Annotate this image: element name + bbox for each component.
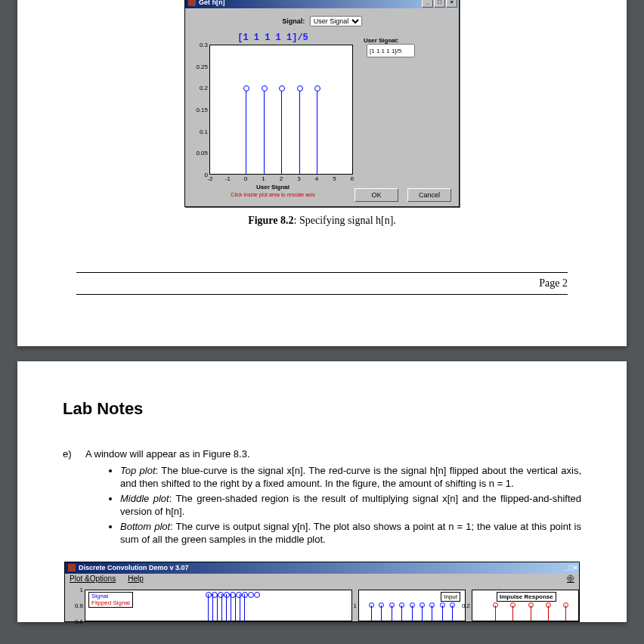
plot-xlabel: User Signal bbox=[193, 184, 353, 190]
window-titlebar: Discrete Convolution Demo v 3.07 _ □ × bbox=[65, 562, 579, 574]
ytick: 0.3 bbox=[200, 42, 208, 48]
app-icon bbox=[188, 0, 196, 6]
ytick: 0.6 bbox=[75, 618, 83, 624]
menu-plot-options[interactable]: Plot &Options bbox=[70, 574, 116, 583]
xtick: 2 bbox=[280, 175, 283, 182]
stem-plot[interactable]: -2 -1 0 1 2 3 4 5 6 bbox=[209, 45, 353, 175]
cancel-button[interactable]: Cancel bbox=[407, 188, 451, 202]
close-icon[interactable]: × bbox=[446, 0, 457, 8]
get-hn-dialog: Get h[n] _ □ × Signal: User Signal bbox=[184, 0, 460, 207]
xtick: 0 bbox=[244, 175, 247, 182]
list-letter: e) bbox=[63, 447, 85, 562]
xtick: 4 bbox=[315, 175, 318, 182]
ytick: 1 bbox=[80, 586, 83, 593]
xtick: -1 bbox=[225, 175, 231, 182]
ok-button[interactable]: OK bbox=[355, 188, 398, 202]
xtick: -2 bbox=[207, 175, 212, 182]
ytick: 0.1 bbox=[200, 128, 208, 135]
list-item: Top plot: The blue-curve is the signal x… bbox=[120, 464, 581, 491]
list-item: Bottom plot: The curve is output signal … bbox=[120, 520, 581, 546]
legend: Signal Flipped Signal bbox=[88, 592, 133, 608]
signal-label: Signal: bbox=[282, 17, 305, 25]
menu-expand-icon[interactable]: 🞋 bbox=[567, 574, 574, 583]
signal-select[interactable]: User Signal bbox=[310, 16, 362, 26]
maximize-icon[interactable]: □ bbox=[568, 564, 572, 571]
minimize-icon[interactable]: _ bbox=[422, 0, 433, 8]
ytick: 1 bbox=[354, 602, 357, 608]
ytick: 0.2 bbox=[200, 85, 208, 91]
figure-caption: Figure 8.2: Specifying signal h[n]. bbox=[76, 215, 568, 227]
conv-demo-dialog: Discrete Convolution Demo v 3.07 _ □ × P… bbox=[64, 562, 580, 622]
list-item: Middle plot: The green-shaded region is … bbox=[120, 492, 581, 519]
plot-title: [1 1 1 1 1]/5 bbox=[193, 33, 353, 43]
heading-lab-notes: Lab Notes bbox=[63, 399, 581, 419]
window-title: Get h[n] bbox=[199, 0, 225, 6]
ytick: 0.8 bbox=[75, 602, 83, 608]
page-number: Page 2 bbox=[76, 273, 568, 294]
xtick: 3 bbox=[297, 175, 300, 182]
menu-help[interactable]: Help bbox=[128, 574, 144, 583]
minimize-icon[interactable]: _ bbox=[564, 564, 568, 571]
ytick: 0.25 bbox=[196, 63, 208, 70]
close-icon[interactable]: × bbox=[574, 564, 577, 571]
plot-hint: Click inside plot area to rescale axis bbox=[193, 192, 353, 197]
xtick: 1 bbox=[262, 175, 265, 182]
window-title: Discrete Convolution Demo v 3.07 bbox=[79, 564, 189, 571]
user-signal-label: User Signal: bbox=[364, 37, 399, 44]
ytick: 0.05 bbox=[196, 150, 208, 156]
menubar: Plot &Options Help 🞋 bbox=[65, 574, 579, 584]
ytick: 0.15 bbox=[196, 107, 208, 113]
legend-input: Input bbox=[441, 592, 460, 602]
maximize-icon[interactable]: □ bbox=[434, 0, 445, 8]
user-signal-input[interactable] bbox=[367, 44, 415, 57]
window-titlebar: Get h[n] _ □ × bbox=[185, 0, 459, 8]
ytick: 0.2 bbox=[462, 602, 470, 608]
legend-impulse: Impulse Response bbox=[497, 592, 556, 602]
app-icon bbox=[68, 564, 76, 571]
intro-text: A window will appear as in Figure 8.3. bbox=[85, 448, 250, 460]
xtick: 5 bbox=[333, 175, 336, 182]
